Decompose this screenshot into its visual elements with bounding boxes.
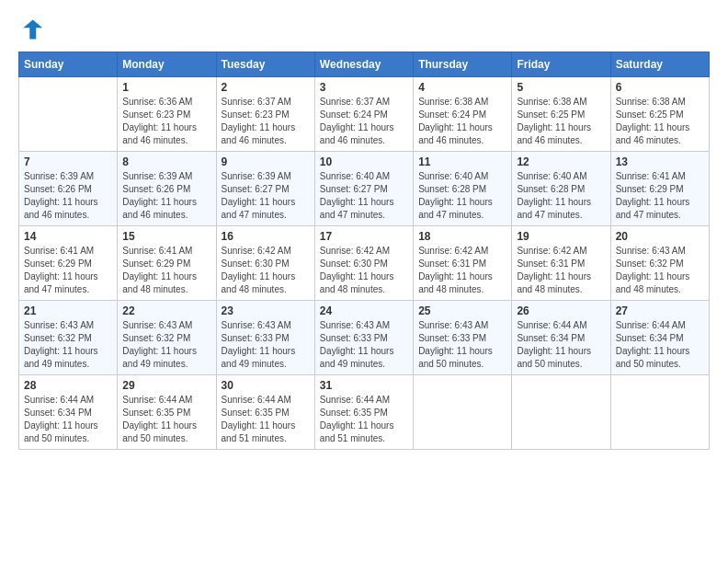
day-number: 19 xyxy=(517,230,605,243)
day-info: Sunrise: 6:43 AMSunset: 6:33 PMDaylight:… xyxy=(418,319,506,371)
day-cell: 7Sunrise: 6:39 AMSunset: 6:26 PMDaylight… xyxy=(19,152,118,226)
header-cell-friday: Friday xyxy=(512,52,610,77)
day-number: 3 xyxy=(320,81,408,94)
day-cell: 8Sunrise: 6:39 AMSunset: 6:26 PMDaylight… xyxy=(118,152,216,226)
day-info: Sunrise: 6:44 AMSunset: 6:35 PMDaylight:… xyxy=(122,394,210,445)
day-info: Sunrise: 6:40 AMSunset: 6:28 PMDaylight:… xyxy=(418,170,506,222)
day-cell: 19Sunrise: 6:42 AMSunset: 6:31 PMDayligh… xyxy=(512,226,610,301)
day-number: 4 xyxy=(418,81,506,94)
day-number: 8 xyxy=(122,155,210,168)
day-info: Sunrise: 6:37 AMSunset: 6:24 PMDaylight:… xyxy=(320,96,408,147)
day-info: Sunrise: 6:43 AMSunset: 6:33 PMDaylight:… xyxy=(222,319,310,371)
day-number: 26 xyxy=(517,304,605,317)
page: SundayMondayTuesdayWednesdayThursdayFrid… xyxy=(0,0,728,563)
logo-icon xyxy=(18,17,44,42)
day-cell: 28Sunrise: 6:44 AMSunset: 6:34 PMDayligh… xyxy=(19,375,118,450)
day-number: 24 xyxy=(320,304,408,317)
day-info: Sunrise: 6:42 AMSunset: 6:30 PMDaylight:… xyxy=(320,245,408,296)
week-row-5: 28Sunrise: 6:44 AMSunset: 6:34 PMDayligh… xyxy=(19,375,710,450)
week-row-2: 7Sunrise: 6:39 AMSunset: 6:26 PMDaylight… xyxy=(19,152,710,226)
day-number: 10 xyxy=(320,155,408,168)
day-cell: 12Sunrise: 6:40 AMSunset: 6:28 PMDayligh… xyxy=(512,152,610,226)
header-cell-monday: Monday xyxy=(118,52,216,77)
day-info: Sunrise: 6:44 AMSunset: 6:34 PMDaylight:… xyxy=(24,394,112,445)
week-row-1: 1Sunrise: 6:36 AMSunset: 6:23 PMDaylight… xyxy=(19,77,710,152)
day-cell xyxy=(610,375,709,450)
day-info: Sunrise: 6:41 AMSunset: 6:29 PMDaylight:… xyxy=(24,245,112,296)
week-row-3: 14Sunrise: 6:41 AMSunset: 6:29 PMDayligh… xyxy=(19,226,710,301)
calendar-body: 1Sunrise: 6:36 AMSunset: 6:23 PMDaylight… xyxy=(19,77,710,450)
day-info: Sunrise: 6:39 AMSunset: 6:26 PMDaylight:… xyxy=(122,170,210,222)
day-cell: 18Sunrise: 6:42 AMSunset: 6:31 PMDayligh… xyxy=(414,226,512,301)
day-number: 16 xyxy=(222,230,310,243)
header-cell-tuesday: Tuesday xyxy=(216,52,314,77)
day-info: Sunrise: 6:40 AMSunset: 6:28 PMDaylight:… xyxy=(517,170,605,222)
logo xyxy=(18,17,48,42)
day-cell: 4Sunrise: 6:38 AMSunset: 6:24 PMDaylight… xyxy=(414,77,512,152)
day-number: 12 xyxy=(517,155,605,168)
calendar-header: SundayMondayTuesdayWednesdayThursdayFrid… xyxy=(19,52,710,77)
day-number: 30 xyxy=(222,379,310,392)
day-info: Sunrise: 6:39 AMSunset: 6:27 PMDaylight:… xyxy=(222,170,310,222)
header-cell-wednesday: Wednesday xyxy=(314,52,413,77)
day-info: Sunrise: 6:43 AMSunset: 6:32 PMDaylight:… xyxy=(24,319,112,371)
day-number: 11 xyxy=(418,155,506,168)
day-number: 6 xyxy=(616,81,704,94)
day-cell: 24Sunrise: 6:43 AMSunset: 6:33 PMDayligh… xyxy=(314,301,413,375)
day-number: 21 xyxy=(24,304,112,317)
day-info: Sunrise: 6:42 AMSunset: 6:31 PMDaylight:… xyxy=(418,245,506,296)
day-info: Sunrise: 6:36 AMSunset: 6:23 PMDaylight:… xyxy=(122,96,210,147)
day-cell: 31Sunrise: 6:44 AMSunset: 6:35 PMDayligh… xyxy=(314,375,413,450)
day-cell: 11Sunrise: 6:40 AMSunset: 6:28 PMDayligh… xyxy=(414,152,512,226)
day-cell: 13Sunrise: 6:41 AMSunset: 6:29 PMDayligh… xyxy=(610,152,709,226)
day-number: 22 xyxy=(122,304,210,317)
day-cell: 9Sunrise: 6:39 AMSunset: 6:27 PMDaylight… xyxy=(216,152,314,226)
day-number: 13 xyxy=(616,155,704,168)
day-cell xyxy=(512,375,610,450)
day-cell: 3Sunrise: 6:37 AMSunset: 6:24 PMDaylight… xyxy=(314,77,413,152)
day-info: Sunrise: 6:40 AMSunset: 6:27 PMDaylight:… xyxy=(320,170,408,222)
header-cell-thursday: Thursday xyxy=(414,52,512,77)
day-cell: 14Sunrise: 6:41 AMSunset: 6:29 PMDayligh… xyxy=(19,226,118,301)
header-cell-saturday: Saturday xyxy=(610,52,709,77)
day-info: Sunrise: 6:42 AMSunset: 6:31 PMDaylight:… xyxy=(517,245,605,296)
day-cell xyxy=(414,375,512,450)
day-info: Sunrise: 6:43 AMSunset: 6:32 PMDaylight:… xyxy=(122,319,210,371)
day-cell: 30Sunrise: 6:44 AMSunset: 6:35 PMDayligh… xyxy=(216,375,314,450)
day-info: Sunrise: 6:41 AMSunset: 6:29 PMDaylight:… xyxy=(122,245,210,296)
header-cell-sunday: Sunday xyxy=(19,52,118,77)
day-number: 18 xyxy=(418,230,506,243)
day-cell: 29Sunrise: 6:44 AMSunset: 6:35 PMDayligh… xyxy=(118,375,216,450)
day-info: Sunrise: 6:43 AMSunset: 6:33 PMDaylight:… xyxy=(320,319,408,371)
calendar-table: SundayMondayTuesdayWednesdayThursdayFrid… xyxy=(18,52,710,450)
day-number: 17 xyxy=(320,230,408,243)
day-info: Sunrise: 6:43 AMSunset: 6:32 PMDaylight:… xyxy=(616,245,704,296)
week-row-4: 21Sunrise: 6:43 AMSunset: 6:32 PMDayligh… xyxy=(19,301,710,375)
day-number: 23 xyxy=(222,304,310,317)
day-number: 7 xyxy=(24,155,112,168)
day-info: Sunrise: 6:44 AMSunset: 6:35 PMDaylight:… xyxy=(222,394,310,445)
day-cell: 16Sunrise: 6:42 AMSunset: 6:30 PMDayligh… xyxy=(216,226,314,301)
day-cell: 15Sunrise: 6:41 AMSunset: 6:29 PMDayligh… xyxy=(118,226,216,301)
day-number: 9 xyxy=(222,155,310,168)
day-cell: 1Sunrise: 6:36 AMSunset: 6:23 PMDaylight… xyxy=(118,77,216,152)
day-cell: 2Sunrise: 6:37 AMSunset: 6:23 PMDaylight… xyxy=(216,77,314,152)
day-number: 27 xyxy=(616,304,704,317)
day-info: Sunrise: 6:41 AMSunset: 6:29 PMDaylight:… xyxy=(616,170,704,222)
day-number: 14 xyxy=(24,230,112,243)
day-info: Sunrise: 6:38 AMSunset: 6:25 PMDaylight:… xyxy=(616,96,704,147)
day-number: 1 xyxy=(122,81,210,94)
day-number: 5 xyxy=(517,81,605,94)
day-number: 15 xyxy=(122,230,210,243)
day-info: Sunrise: 6:44 AMSunset: 6:34 PMDaylight:… xyxy=(517,319,605,371)
day-cell: 6Sunrise: 6:38 AMSunset: 6:25 PMDaylight… xyxy=(610,77,709,152)
day-info: Sunrise: 6:37 AMSunset: 6:23 PMDaylight:… xyxy=(222,96,310,147)
day-cell: 21Sunrise: 6:43 AMSunset: 6:32 PMDayligh… xyxy=(19,301,118,375)
day-info: Sunrise: 6:38 AMSunset: 6:25 PMDaylight:… xyxy=(517,96,605,147)
day-number: 29 xyxy=(122,379,210,392)
day-cell xyxy=(19,77,118,152)
day-number: 28 xyxy=(24,379,112,392)
day-cell: 25Sunrise: 6:43 AMSunset: 6:33 PMDayligh… xyxy=(414,301,512,375)
header-row: SundayMondayTuesdayWednesdayThursdayFrid… xyxy=(19,52,710,77)
day-cell: 23Sunrise: 6:43 AMSunset: 6:33 PMDayligh… xyxy=(216,301,314,375)
